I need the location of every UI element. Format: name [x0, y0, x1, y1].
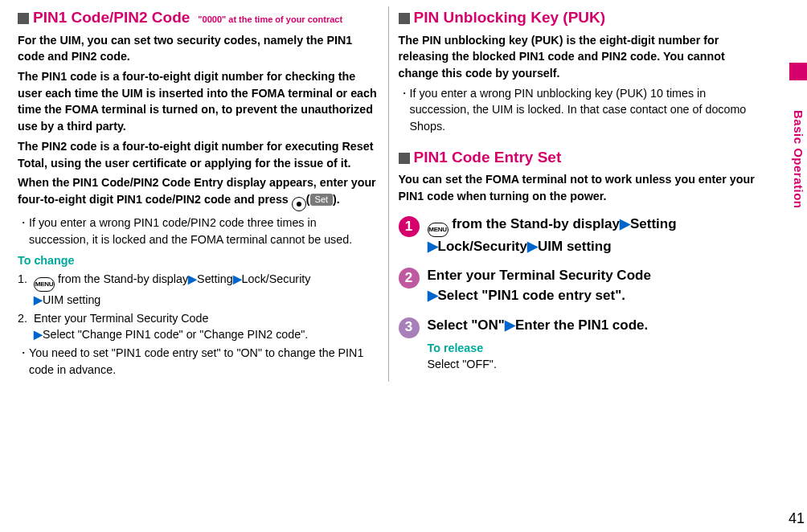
text-fragment: Select "PIN1 code entry set".	[438, 288, 625, 303]
section-subtitle: "0000" at the time of your contract	[198, 14, 342, 27]
to-change-heading: To change	[18, 252, 379, 269]
text-fragment: (	[306, 193, 310, 206]
text-fragment: from the Stand-by display	[449, 216, 620, 231]
step-text: MENU from the Stand-by display▶Setting ▶…	[428, 215, 760, 256]
step-text: Select "ON"▶Enter the PIN1 code.	[428, 316, 760, 336]
bullet-item: ・ If you enter a wrong PIN unblocking ke…	[399, 85, 760, 135]
step-badge-3: 3	[399, 317, 420, 338]
right-column: PIN Unblocking Key (PUK) The PIN unblock…	[389, 6, 769, 382]
triangle-icon: ▶	[34, 328, 43, 341]
step-sub-block: To release Select "OFF".	[428, 340, 760, 373]
to-release-heading: To release	[428, 340, 760, 357]
square-bullet-icon	[18, 13, 29, 24]
step-badge-2: 2	[399, 268, 420, 289]
triangle-icon: ▶	[527, 239, 538, 254]
bullet-item: ・ You need to set "PIN1 code entry set" …	[18, 345, 379, 378]
side-pink-tab	[789, 63, 807, 80]
bullet-text: You need to set "PIN1 code entry set" to…	[29, 345, 379, 378]
bullet-item: ・ If you enter a wrong PIN1 code/PIN2 co…	[18, 215, 379, 248]
text-fragment: Select "Change PIN1 code" or "Change PIN…	[43, 328, 308, 341]
set-softkey-icon: Set	[310, 194, 334, 206]
paragraph: When the PIN1 Code/PIN2 Code Entry displ…	[18, 174, 379, 211]
paragraph: The PIN1 code is a four-to-eight digit n…	[18, 68, 379, 135]
step-badge-1: 1	[399, 216, 420, 237]
step-text: Enter your Terminal Security Code ▶Selec…	[428, 266, 760, 305]
square-bullet-icon	[399, 13, 410, 24]
triangle-icon: ▶	[428, 288, 438, 303]
menu-key-icon: MENU	[428, 223, 449, 237]
numbered-step-3: 3 Select "ON"▶Enter the PIN1 code.	[399, 316, 760, 338]
text-fragment: UIM setting	[538, 239, 612, 254]
text-fragment: Enter your Terminal Security Code	[34, 312, 208, 325]
bullet-dot: ・	[18, 215, 29, 248]
square-bullet-icon	[399, 153, 410, 164]
paragraph: The PIN2 code is a four-to-eight digit n…	[18, 138, 379, 171]
text-fragment: Enter your Terminal Security Code	[428, 268, 651, 283]
text-fragment: Select "ON"	[428, 317, 505, 333]
manual-page: PIN1 Code/PIN2 Code "0000" at the time o…	[0, 0, 807, 532]
triangle-icon: ▶	[233, 272, 242, 285]
section-title: PIN1 Code/PIN2 Code	[33, 6, 190, 29]
text-fragment: Lock/Security	[438, 239, 528, 254]
text-fragment: ).	[333, 193, 340, 206]
numbered-step-2: 2 Enter your Terminal Security Code ▶Sel…	[399, 266, 760, 305]
text-fragment: Lock/Security	[242, 272, 311, 285]
triangle-icon: ▶	[620, 216, 630, 231]
step-number: 1.	[18, 271, 34, 309]
bullet-text: If you enter a wrong PIN1 code/PIN2 code…	[29, 215, 379, 248]
section-header-pin-codes: PIN1 Code/PIN2 Code "0000" at the time o…	[18, 6, 379, 29]
center-key-icon	[292, 197, 306, 211]
left-column: PIN1 Code/PIN2 Code "0000" at the time o…	[8, 6, 389, 382]
step-body: MENU from the Stand-by display▶Setting▶L…	[34, 271, 379, 309]
two-column-layout: PIN1 Code/PIN2 Code "0000" at the time o…	[0, 0, 807, 388]
step-number: 2.	[18, 310, 34, 343]
section-header-entry-set: PIN1 Code Entry Set	[399, 146, 760, 169]
bullet-text: If you enter a wrong PIN unblocking key …	[410, 85, 760, 135]
menu-key-icon: MENU	[34, 277, 55, 292]
side-label-text: Basic Operation	[792, 110, 805, 209]
paragraph: For the UIM, you can set two security co…	[18, 32, 379, 65]
side-tab: Basic Operation	[783, 0, 807, 532]
triangle-icon: ▶	[34, 293, 43, 306]
triangle-icon: ▶	[188, 272, 197, 285]
step-body: Enter your Terminal Security Code ▶Selec…	[34, 310, 379, 343]
text-fragment: UIM setting	[43, 293, 100, 306]
side-vertical-label: Basic Operation	[789, 87, 807, 231]
text-fragment: Setting	[630, 216, 677, 231]
release-text: Select "OFF".	[428, 356, 760, 373]
triangle-icon: ▶	[428, 239, 438, 254]
ordered-step-2: 2. Enter your Terminal Security Code ▶Se…	[18, 310, 379, 343]
numbered-step-1: 1 MENU from the Stand-by display▶Setting…	[399, 215, 760, 256]
section-title: PIN Unblocking Key (PUK)	[414, 6, 606, 29]
text-fragment: Setting	[197, 272, 233, 285]
bullet-dot: ・	[399, 85, 410, 135]
triangle-icon: ▶	[505, 317, 515, 333]
section-header-puk: PIN Unblocking Key (PUK)	[399, 6, 760, 29]
paragraph: The PIN unblocking key (PUK) is the eigh…	[399, 32, 760, 82]
text-fragment: from the Stand-by display	[55, 272, 188, 285]
page-number: 41	[789, 510, 805, 527]
section-title: PIN1 Code Entry Set	[414, 146, 562, 169]
ordered-step-1: 1. MENU from the Stand-by display▶Settin…	[18, 271, 379, 309]
bullet-dot: ・	[18, 345, 29, 378]
text-fragment: Enter the PIN1 code.	[515, 317, 648, 333]
paragraph: You can set the FOMA terminal not to wor…	[399, 171, 760, 204]
